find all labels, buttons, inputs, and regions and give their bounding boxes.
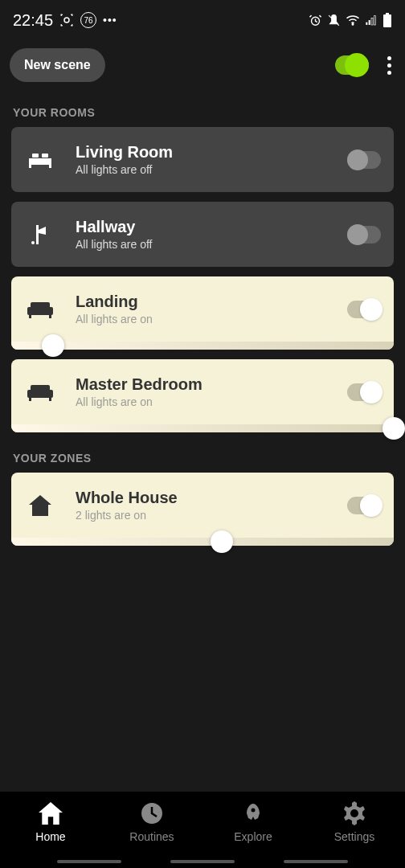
nav-home[interactable]: Home — [0, 796, 101, 868]
svg-point-2 — [352, 24, 354, 26]
clock-icon — [140, 801, 164, 825]
zone-card-whole-house[interactable]: Whole House 2 lights are on — [11, 473, 394, 546]
alarm-icon — [309, 14, 322, 27]
room-name: Landing — [76, 293, 347, 311]
room-status: All lights are off — [76, 163, 347, 176]
svg-rect-21 — [27, 390, 53, 398]
vibrate-icon — [327, 14, 341, 27]
svg-rect-8 — [386, 13, 389, 14]
room-toggle[interactable] — [347, 226, 381, 244]
more-menu-button[interactable] — [383, 52, 395, 79]
svg-rect-14 — [36, 225, 39, 244]
brightness-slider[interactable] — [11, 342, 394, 350]
svg-rect-6 — [374, 16, 375, 25]
room-status: All lights are off — [76, 238, 347, 251]
svg-rect-5 — [371, 18, 373, 25]
svg-rect-22 — [29, 398, 31, 401]
room-name: Hallway — [76, 218, 347, 236]
room-card-hallway[interactable]: Hallway All lights are off — [11, 202, 394, 267]
status-bar: 22:45 76 ••• — [0, 0, 405, 40]
nav-label: Routines — [129, 830, 174, 843]
svg-rect-18 — [29, 315, 31, 318]
app-header: New scene — [0, 40, 405, 96]
room-status: All lights are on — [76, 395, 347, 408]
nav-label: Settings — [334, 830, 375, 843]
room-toggle[interactable] — [347, 151, 381, 169]
room-card-master-bedroom[interactable]: Master Bedroom All lights are on — [11, 359, 394, 432]
svg-rect-4 — [369, 20, 370, 25]
bottom-nav: Home Routines Explore Settings — [0, 792, 405, 868]
signal-icon — [365, 14, 378, 27]
battery-icon — [382, 13, 392, 27]
nav-settings[interactable]: Settings — [304, 796, 405, 868]
room-card-living-room[interactable]: Living Room All lights are off — [11, 127, 394, 192]
room-name: Living Room — [76, 143, 347, 162]
svg-point-26 — [350, 809, 358, 817]
svg-point-15 — [31, 241, 35, 244]
slider-thumb[interactable] — [382, 417, 405, 440]
dots-icon: ••• — [103, 14, 117, 27]
rocket-icon — [241, 801, 265, 825]
circle-badge-icon: 76 — [80, 12, 96, 28]
room-toggle[interactable] — [347, 301, 381, 318]
brightness-slider[interactable] — [11, 538, 394, 546]
zone-toggle[interactable] — [347, 497, 381, 514]
wifi-icon — [346, 13, 360, 27]
camera-icon — [59, 13, 74, 27]
rooms-section-title: YOUR ROOMS — [0, 96, 405, 127]
sofa-icon — [24, 301, 56, 318]
bed-icon — [24, 150, 56, 170]
gear-icon — [342, 801, 366, 825]
brightness-slider[interactable] — [11, 424, 394, 432]
svg-rect-12 — [32, 154, 39, 158]
nav-label: Home — [35, 830, 65, 843]
house-icon — [24, 495, 56, 516]
sofa-icon — [24, 383, 56, 401]
svg-rect-7 — [383, 14, 391, 27]
slider-thumb[interactable] — [42, 334, 64, 357]
new-scene-button[interactable]: New scene — [10, 48, 105, 82]
master-toggle[interactable] — [335, 55, 369, 75]
svg-point-0 — [64, 18, 69, 23]
svg-point-25 — [252, 809, 256, 813]
svg-rect-19 — [49, 315, 51, 318]
zone-name: Whole House — [76, 489, 347, 507]
home-icon — [39, 801, 63, 825]
svg-rect-3 — [366, 23, 367, 25]
svg-rect-23 — [49, 398, 51, 401]
nav-routines[interactable]: Routines — [101, 796, 202, 868]
room-card-landing[interactable]: Landing All lights are on — [11, 276, 394, 350]
svg-rect-17 — [27, 307, 53, 315]
svg-rect-10 — [29, 165, 31, 168]
zone-status: 2 lights are on — [76, 509, 347, 522]
status-time: 22:45 — [13, 11, 53, 30]
room-status: All lights are on — [76, 313, 347, 326]
svg-rect-9 — [29, 158, 51, 165]
svg-rect-13 — [42, 154, 48, 158]
nav-label: Explore — [234, 830, 272, 843]
zones-section-title: YOUR ZONES — [0, 442, 405, 473]
room-toggle[interactable] — [347, 383, 381, 401]
svg-rect-11 — [49, 165, 51, 168]
slider-thumb[interactable] — [211, 530, 233, 553]
gesture-bar — [0, 860, 405, 863]
hallway-icon — [24, 223, 56, 246]
nav-explore[interactable]: Explore — [202, 796, 304, 868]
room-name: Master Bedroom — [76, 375, 347, 394]
